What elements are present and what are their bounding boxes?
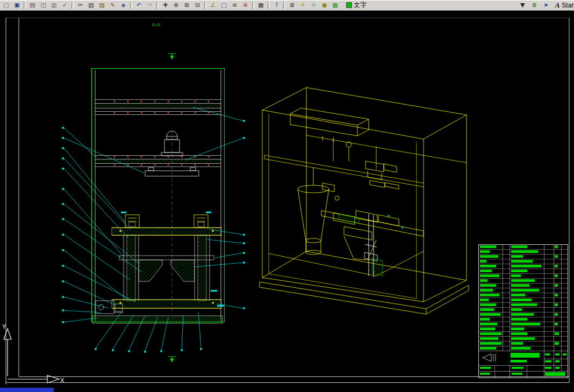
toolbar-separator [156, 2, 159, 9]
command-window-edge[interactable] [0, 388, 54, 392]
parts-table [478, 244, 568, 378]
bom-cell-text-block [511, 289, 539, 292]
bom-cell-text-block [511, 274, 521, 277]
bom-cell-text-block [480, 255, 498, 258]
bom-cell-text-block [511, 255, 523, 258]
drawing-canvas[interactable]: Y X A-A [0, 0, 574, 392]
axis-x-label: X [60, 377, 64, 383]
new-icon[interactable]: ▢ [1, 1, 11, 10]
undo-icon[interactable]: ↶ [134, 1, 144, 10]
toolbar: ▢▣▤◫▥✓✂▧▨✎◆↶↷✚⊕⊞⊟∠□≡※▦?≣☀☼●▩ 文字 ▼≣➤ A St… [0, 0, 574, 11]
title-block-text-block [480, 367, 491, 369]
text-style-icon: A [555, 1, 560, 10]
bom-cell-text-block [511, 337, 535, 340]
make-object-layer-current-icon[interactable]: ➤ [541, 1, 551, 10]
bom-cell-text-block [511, 347, 530, 350]
layer-freeze-icon[interactable]: ☼ [308, 1, 319, 10]
zoom-window-icon[interactable]: ⊞ [182, 1, 192, 10]
toolbar-separator [252, 2, 254, 9]
zoom-previous-icon[interactable]: ⊟ [192, 1, 203, 10]
layer-lock-icon[interactable]: ● [319, 1, 329, 10]
pan-icon[interactable]: ✚ [160, 1, 170, 10]
bom-cell-text-block [480, 342, 501, 345]
bom-cell-text-block [480, 299, 489, 301]
bom-cell-text-block [511, 332, 527, 335]
cad-application-window: ▢▣▤◫▥✓✂▧▨✎◆↶↷✚⊕⊞⊟∠□≡※▦?≣☀☼●▩ 文字 ▼≣➤ A St… [0, 0, 574, 392]
area-icon[interactable]: □ [219, 1, 229, 10]
title-block-text-block [512, 373, 522, 375]
bom-cell-text-block [511, 313, 534, 316]
layers-icon[interactable]: ≣ [287, 1, 297, 10]
toolbar-flyout-arrow[interactable]: ▼ [518, 1, 528, 10]
layer-properties-icon[interactable]: ≣ [529, 1, 540, 10]
bom-cell-text-block [511, 328, 524, 330]
title-block-text-block [545, 367, 551, 369]
bom-cell-text-block [511, 284, 529, 287]
text-style-value: Stan [562, 2, 574, 9]
print-preview-icon[interactable]: ◫ [38, 1, 48, 10]
distance-icon[interactable]: ∠ [208, 1, 218, 10]
bom-cell-text-block [555, 342, 559, 345]
text-style-control[interactable]: A Stan [555, 1, 574, 10]
bom-cell-text-block [511, 270, 527, 272]
plot-icon[interactable]: ▤ [27, 1, 38, 10]
projection-symbol [483, 354, 496, 361]
bom-cell-text-block [555, 284, 558, 287]
section-mark-bottom [168, 357, 176, 362]
toolbar-separator [204, 2, 206, 9]
title-block-text-block [555, 360, 559, 362]
bom-cell-text-block [511, 342, 523, 345]
title-block-text-block [511, 360, 527, 362]
bom-cell-text-block [480, 289, 493, 292]
title-block-text-block [563, 353, 566, 355]
layer-on-icon[interactable]: ☀ [298, 1, 308, 10]
bom-cell-text-block [511, 299, 532, 301]
copy-icon[interactable]: ▧ [86, 1, 96, 10]
cut-icon[interactable]: ✂ [75, 1, 85, 10]
section-label: A-A [152, 22, 160, 27]
layer-color-swatch [346, 2, 352, 8]
bom-cell-text-block [480, 270, 492, 272]
bom-cell-text-block [511, 245, 527, 248]
toolbar-right-group: ▼≣➤ [518, 1, 551, 10]
bom-cell-text-block [555, 303, 558, 306]
bom-cell-text-block [555, 313, 558, 316]
match-properties-icon[interactable]: ✎ [107, 1, 118, 10]
title-block-text-block [480, 373, 490, 375]
toolbar-separator [268, 2, 270, 9]
bom-cell-text-block [480, 328, 495, 330]
ucs-icon: Y X [2, 323, 64, 383]
title-block-text-block [545, 353, 550, 355]
isometric-view-3d [260, 88, 469, 314]
bom-cell-text-block [511, 323, 540, 325]
bom-cell-text-block [480, 294, 499, 296]
list-icon[interactable]: ≡ [229, 1, 240, 10]
bom-cell-text-block [480, 337, 498, 340]
save-icon[interactable]: ▣ [12, 1, 22, 10]
toolbar-separator [71, 2, 74, 9]
bom-cell-text-block [480, 332, 501, 335]
section-mark-top [168, 54, 176, 59]
bom-cell-text-block [480, 308, 494, 311]
help-icon[interactable]: ? [271, 1, 282, 10]
paste-icon[interactable]: ▨ [97, 1, 107, 10]
bom-cell-text-block [511, 303, 537, 306]
publish-icon[interactable]: ▥ [49, 1, 59, 10]
title-block-text-block [545, 360, 551, 362]
rail-band-upper [95, 100, 221, 115]
title-block-text-block [555, 353, 559, 355]
bom-cell-text-block [480, 313, 500, 316]
color-control-icon[interactable]: ▩ [330, 1, 340, 10]
layer-control[interactable]: 文字 [346, 1, 367, 10]
bom-cell-text-block [511, 308, 522, 311]
locate-point-icon[interactable]: ※ [240, 1, 250, 10]
rail-band-lower [95, 156, 221, 167]
quick-calc-icon[interactable]: ▦ [256, 1, 266, 10]
bom-cell-text-block [480, 347, 496, 350]
spell-check-icon[interactable]: ✓ [60, 1, 70, 10]
parts-table-rows [478, 245, 568, 350]
block-editor-icon[interactable]: ◆ [118, 1, 128, 10]
bom-cell-text-block [480, 318, 490, 321]
zoom-realtime-icon[interactable]: ⊕ [171, 1, 181, 10]
redo-icon[interactable]: ↷ [145, 1, 155, 10]
